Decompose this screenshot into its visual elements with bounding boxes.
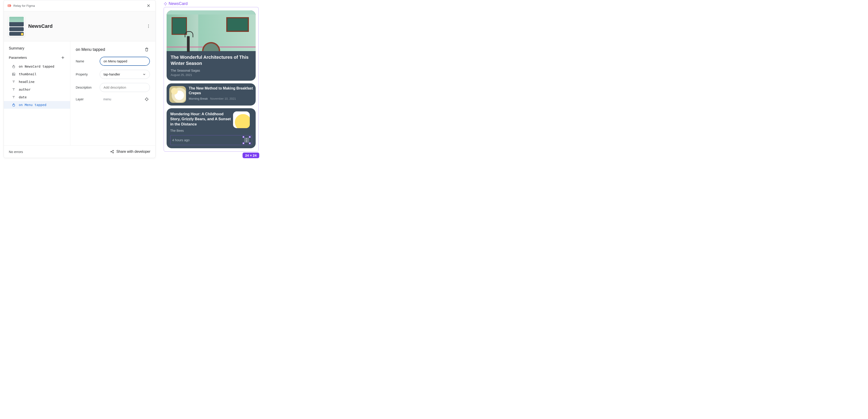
share-with-developer-button[interactable]: Share with developer — [110, 150, 150, 154]
layer-field-row: Layer menu — [76, 96, 150, 102]
compact-thumbnail — [233, 111, 250, 128]
target-layer-button[interactable] — [144, 96, 150, 102]
selected-layer-outline[interactable]: 4 hours ago — [170, 135, 252, 145]
add-parameter-button[interactable] — [60, 55, 66, 61]
component-header: NewsCard — [4, 11, 155, 41]
row-author: Morning Break — [189, 97, 208, 100]
text-icon — [11, 95, 16, 99]
description-field-row: Description — [76, 83, 150, 92]
parameters-sidebar: Summary Parameters on NewsCard tappedthu… — [4, 41, 70, 145]
chevron-down-icon — [143, 72, 146, 76]
parameter-label: date — [19, 95, 27, 99]
trash-icon — [145, 47, 149, 52]
status-text: No errors — [9, 150, 23, 154]
property-label: Property — [76, 72, 96, 76]
property-value: tap-handler — [103, 72, 120, 76]
compact-author: The Bees — [170, 129, 252, 132]
selection-size-badge: 24 × 24 — [243, 153, 259, 158]
name-label: Name — [76, 59, 96, 63]
frame-name: NewsCard — [168, 1, 188, 6]
row-date: November 10, 2021 — [210, 97, 236, 100]
plugin-brand: Relay for Figma — [7, 4, 35, 8]
close-button[interactable] — [145, 2, 152, 9]
svg-point-0 — [148, 25, 149, 25]
property-select[interactable]: tap-handler — [100, 70, 150, 79]
parameter-list: on NewsCard tappedthumbnailheadlineautho… — [4, 63, 70, 109]
parameter-item[interactable]: on Menu tapped — [4, 101, 70, 109]
kebab-icon — [146, 24, 151, 29]
figma-canvas: NewsCard The Wonderful Architectures of … — [164, 1, 258, 152]
frame-label[interactable]: NewsCard — [164, 1, 258, 6]
hero-author: The Seasonal Sagas — [170, 69, 252, 72]
selected-menu-icon[interactable] — [243, 137, 250, 143]
component-menu-button[interactable] — [145, 23, 152, 29]
row-thumbnail — [169, 86, 186, 103]
component-icon — [164, 2, 167, 6]
description-label: Description — [76, 86, 96, 89]
svg-point-5 — [146, 98, 148, 100]
name-input[interactable] — [100, 57, 150, 66]
panel-body: Summary Parameters on NewsCard tappedthu… — [4, 41, 155, 145]
parameter-item[interactable]: date — [4, 93, 70, 101]
parameters-heading: Parameters — [9, 56, 27, 60]
parameter-item[interactable]: on NewsCard tapped — [4, 63, 70, 70]
parameter-label: author — [19, 88, 31, 91]
svg-point-4 — [13, 73, 13, 74]
parameter-label: headline — [19, 80, 35, 84]
tap-handler-icon — [11, 64, 16, 68]
row-headline: The New Method to Making Breakfast Crepe… — [189, 86, 253, 96]
property-field-row: Property tap-handler — [76, 70, 150, 79]
share-label: Share with developer — [116, 150, 150, 154]
svg-rect-3 — [12, 73, 15, 75]
image-icon — [11, 72, 16, 76]
news-card-hero[interactable]: The Wonderful Architectures of This Wint… — [166, 10, 256, 81]
svg-point-2 — [148, 27, 149, 28]
text-icon — [11, 80, 16, 84]
plugin-name: Relay for Figma — [13, 4, 35, 7]
component-thumbnail — [8, 16, 25, 37]
description-input[interactable] — [100, 83, 150, 92]
parameter-item[interactable]: author — [4, 86, 70, 93]
detail-title: on Menu tapped — [76, 47, 105, 52]
target-icon — [145, 97, 149, 101]
parameter-item[interactable]: thumbnail — [4, 70, 70, 78]
parameter-label: on NewsCard tapped — [19, 65, 54, 68]
hero-headline: The Wonderful Architectures of This Wint… — [170, 54, 252, 66]
svg-point-1 — [148, 26, 149, 27]
layer-value: menu — [100, 97, 141, 101]
parameter-item[interactable]: headline — [4, 78, 70, 86]
parameter-detail: on Menu tapped Name Property tap-handler — [70, 41, 155, 145]
hero-date: August 25, 2021 — [170, 73, 252, 76]
close-icon — [146, 3, 151, 8]
newscard-frame[interactable]: The Wonderful Architectures of This Wint… — [164, 7, 258, 152]
panel-header: Relay for Figma — [4, 0, 155, 11]
parameters-heading-row: Parameters — [4, 55, 70, 63]
news-card-row[interactable]: The New Method to Making Breakfast Crepe… — [166, 84, 256, 105]
delete-parameter-button[interactable] — [144, 46, 150, 53]
panel-footer: No errors Share with developer — [4, 145, 155, 158]
news-card-compact[interactable]: Wondering Hour: A Childhood Story, Grizz… — [166, 108, 256, 148]
hero-image — [166, 10, 256, 51]
parameter-label: on Menu tapped — [19, 103, 46, 107]
component-title: NewsCard — [28, 23, 53, 29]
tap-handler-icon — [11, 103, 16, 107]
relay-logo-icon — [7, 4, 11, 8]
name-field-row: Name — [76, 57, 150, 66]
summary-heading[interactable]: Summary — [4, 46, 70, 55]
plus-icon — [61, 55, 65, 60]
share-icon — [110, 150, 114, 154]
parameter-label: thumbnail — [19, 72, 37, 76]
relay-panel: Relay for Figma NewsCard Summary Paramet… — [4, 0, 156, 158]
layer-label: Layer — [76, 97, 96, 101]
text-icon — [11, 88, 16, 92]
menu-dots-icon — [244, 138, 249, 142]
compact-date: 4 hours ago — [172, 138, 190, 142]
